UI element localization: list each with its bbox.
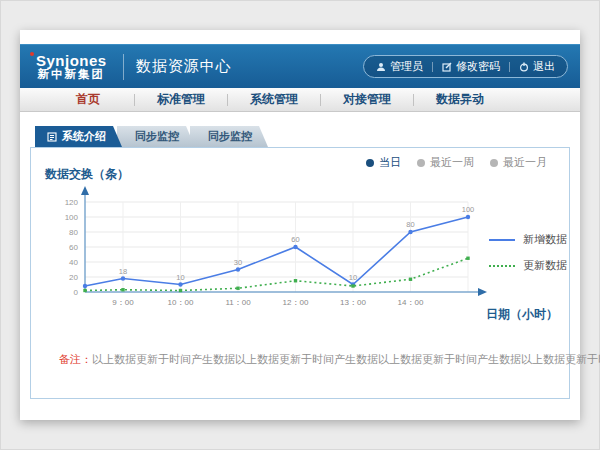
y-tick-label: 60 xyxy=(69,243,78,252)
change-password-label: 修改密码 xyxy=(456,59,500,74)
nav-item-interface-mgmt[interactable]: 对接管理 xyxy=(321,91,413,108)
pill-separator xyxy=(509,62,510,72)
radio-today-label: 当日 xyxy=(379,155,401,170)
nav-item-home[interactable]: 首页 xyxy=(42,91,134,108)
new-data-line-sample xyxy=(489,239,515,241)
tab-label: 同步监控 xyxy=(208,129,252,144)
new-data-point xyxy=(466,215,470,219)
user-menu-change-password[interactable]: 修改密码 xyxy=(442,59,500,74)
app-header: Synjones 新中新集团 数据资源中心 管理员 修改密码 xyxy=(20,44,580,88)
logout-icon xyxy=(519,62,529,72)
update-data-point xyxy=(236,287,239,290)
footnote-text: 以上数据更新于时间产生数据以上数据更新于时间产生数据以上数据更新于时间产生数据以… xyxy=(92,353,600,365)
x-tick-label: 12：00 xyxy=(283,298,309,307)
nav-item-standard-mgmt[interactable]: 标准管理 xyxy=(135,91,227,108)
new-data-point-label: 30 xyxy=(234,258,242,267)
radio-dot xyxy=(490,159,498,167)
radio-last-month-label: 最近一月 xyxy=(503,155,547,170)
y-tick-label: 80 xyxy=(69,228,78,237)
logout-label: 退出 xyxy=(533,59,555,74)
app-window: Synjones 新中新集团 数据资源中心 管理员 修改密码 xyxy=(20,30,580,420)
exchange-chart-svg: 0204060801001209：0010：0011：0012：0013：001… xyxy=(37,182,487,317)
update-data-point xyxy=(121,288,124,291)
edit-icon xyxy=(442,62,452,72)
y-tick-label: 40 xyxy=(69,258,78,267)
radio-dot xyxy=(417,159,425,167)
user-menu: 管理员 修改密码 退出 xyxy=(363,55,568,78)
company-logo: Synjones 新中新集团 xyxy=(32,53,111,81)
y-tick-label: 20 xyxy=(69,273,78,282)
new-data-point-label: 10 xyxy=(349,273,357,282)
time-filter-group: 当日 最近一周 最近一月 xyxy=(366,155,547,170)
main-nav: 首页 标准管理 系统管理 对接管理 数据异动 xyxy=(20,88,580,112)
chart-legend: 新增数据 更新数据 xyxy=(489,232,567,284)
new-data-point-label: 80 xyxy=(406,220,414,229)
x-axis-title: 日期（小时） xyxy=(486,306,558,323)
y-axis-arrow xyxy=(81,186,89,195)
legend-update-data-label: 更新数据 xyxy=(523,258,567,273)
x-tick-label: 13：00 xyxy=(340,298,366,307)
radio-last-week-label: 最近一周 xyxy=(430,155,474,170)
radio-today[interactable]: 当日 xyxy=(366,155,401,170)
update-data-point xyxy=(409,278,412,281)
header-divider xyxy=(123,54,124,80)
update-data-line-sample xyxy=(489,265,515,267)
y-tick-label: 0 xyxy=(74,288,79,297)
user-icon xyxy=(376,62,386,72)
new-data-point xyxy=(293,245,297,249)
update-data-point xyxy=(351,284,354,287)
update-data-point xyxy=(83,289,86,292)
tab-sync-monitor-1[interactable]: 同步监控 xyxy=(117,126,195,147)
user-menu-admin[interactable]: 管理员 xyxy=(376,59,423,74)
logo-name: Synjones xyxy=(36,53,107,69)
update-data-point xyxy=(179,289,182,292)
new-data-point-label: 60 xyxy=(291,235,299,244)
logo-accent-dot xyxy=(30,52,34,56)
new-data-point-label: 18 xyxy=(119,267,127,276)
tab-bar: 系统介绍 同步监控 同步监控 xyxy=(35,126,580,147)
update-data-point xyxy=(466,257,469,260)
radio-dot xyxy=(366,159,374,167)
top-strip xyxy=(20,30,580,44)
x-tick-label: 9：00 xyxy=(112,298,134,307)
radio-last-week[interactable]: 最近一周 xyxy=(417,155,474,170)
update-data-point xyxy=(294,279,297,282)
tab-system-intro[interactable]: 系统介绍 xyxy=(35,126,122,147)
y-axis-title: 数据交换（条） xyxy=(45,166,129,183)
legend-update-data: 更新数据 xyxy=(489,258,567,273)
footnote-label: 备注： xyxy=(59,353,92,365)
tab-sync-monitor-2[interactable]: 同步监控 xyxy=(190,126,268,147)
legend-new-data: 新增数据 xyxy=(489,232,567,247)
x-axis-arrow xyxy=(478,288,487,296)
tab-label: 同步监控 xyxy=(135,129,179,144)
footnote: 备注：以上数据更新于时间产生数据以上数据更新于时间产生数据以上数据更新于时间产生… xyxy=(59,352,600,367)
y-tick-label: 120 xyxy=(65,198,79,207)
new-data-point xyxy=(83,284,87,288)
pill-separator xyxy=(432,62,433,72)
x-tick-label: 11：00 xyxy=(225,298,251,307)
user-menu-admin-label: 管理员 xyxy=(390,59,423,74)
new-data-point xyxy=(236,267,240,271)
radio-last-month[interactable]: 最近一月 xyxy=(490,155,547,170)
chart-area: 0204060801001209：0010：0011：0012：0013：001… xyxy=(37,182,487,321)
nav-item-data-change[interactable]: 数据异动 xyxy=(414,91,506,108)
logo-subtitle: 新中新集团 xyxy=(36,68,107,80)
chart-panel: 当日 最近一周 最近一月 数据交换（条） 0204060801001209：00… xyxy=(30,147,570,399)
nav-item-system-mgmt[interactable]: 系统管理 xyxy=(228,91,320,108)
new-data-point-label: 10 xyxy=(176,273,184,282)
tab-label: 系统介绍 xyxy=(62,129,106,144)
app-title: 数据资源中心 xyxy=(136,57,232,76)
form-icon xyxy=(47,132,57,142)
y-tick-label: 100 xyxy=(65,213,79,222)
new-data-point xyxy=(178,282,182,286)
user-menu-logout[interactable]: 退出 xyxy=(519,59,555,74)
new-data-point-label: 100 xyxy=(462,205,475,214)
x-tick-label: 10：00 xyxy=(168,298,194,307)
legend-new-data-label: 新增数据 xyxy=(523,232,567,247)
x-tick-label: 14：00 xyxy=(398,298,424,307)
new-data-point xyxy=(408,230,412,234)
new-data-point xyxy=(121,276,125,280)
